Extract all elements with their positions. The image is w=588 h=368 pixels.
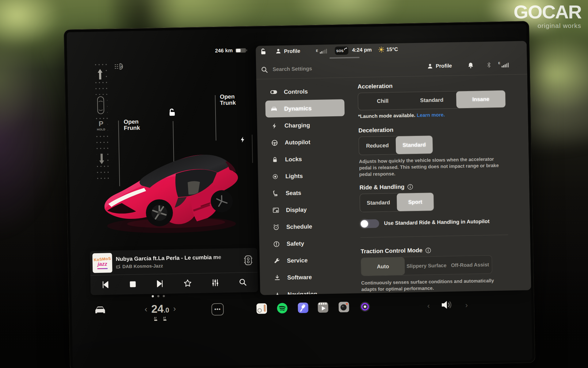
open-frunk-button[interactable]: Open Frunk [124,119,140,131]
standard-ride-autopilot-toggle[interactable] [360,219,379,228]
sidebar-item-software[interactable]: Software [268,268,348,286]
seat-heater-right-icon[interactable] [162,316,168,321]
traction-title: Traction Control Mode [361,246,508,255]
media-title: Nubya Garcia ft.La Perla - Le cumbia me [116,254,238,262]
carview-page-dots[interactable] [152,295,165,297]
outside-temperature: 15°C [386,46,398,53]
sidebar-item-seats[interactable]: Seats [267,184,346,202]
more-apps-button[interactable]: ••• [211,303,224,316]
deceleration-segment: Reduced Standard [358,135,433,155]
cabin-temperature[interactable]: 24.0 [151,302,169,316]
sos-button[interactable]: SOS [335,46,348,55]
status-profile-label[interactable]: Profile [284,48,300,55]
display-icon [272,207,280,213]
traction-auto-button[interactable]: Auto [361,257,405,276]
unlocked-status-icon[interactable] [260,48,267,55]
spotify-app-icon[interactable] [277,303,288,314]
learn-more-link[interactable]: Learn more. [417,112,445,118]
traction-segment: Auto Slippery Surface Off-Road Assist [361,255,492,276]
media-search-button[interactable] [239,278,247,286]
search-icon [261,66,268,73]
stop-button[interactable] [129,281,136,288]
profile-person-icon [427,63,433,69]
camera-app-icon[interactable] [338,301,349,313]
sidebar-item-lights[interactable]: Lights [266,167,346,185]
media-forward-chevron[interactable]: › [465,300,468,309]
gear-park[interactable]: P HOLD [95,119,108,132]
sidebar-item-schedule[interactable]: Schedule [267,217,347,236]
svg-text:A: A [120,65,123,68]
sidebar-item-display[interactable]: Display [267,200,346,219]
signal-bars-icon [501,62,509,68]
sidebar-item-navigation[interactable]: Navigation [269,285,348,295]
vehicle-rendering [98,135,242,234]
karaoke-app-icon[interactable] [297,302,309,314]
ride-standard-button[interactable]: Standard [360,193,397,212]
car-controls-button[interactable] [94,305,107,316]
carview-scrollbar[interactable] [252,135,253,163]
sidebar-item-charging[interactable]: Charging [265,116,345,134]
panel-status-row: Profile E SOS 4:24 pm [256,41,527,60]
previous-track-button[interactable] [101,281,109,289]
download-icon [273,275,281,281]
profile-person-icon [275,48,281,54]
sidebar-item-dynamics[interactable]: Dynamics [265,99,345,118]
ride-sport-button[interactable]: Sport [397,193,434,211]
sidebar-item-locks[interactable]: Locks [266,150,346,168]
radio-channel-icon[interactable] [243,254,253,266]
auto-headlight-icon[interactable]: A [114,63,125,70]
traction-offroad-button[interactable]: Off-Road Assist [448,256,492,274]
sidebar-item-service[interactable]: Service [268,251,347,269]
climate-control: ‹ 24.0 › [139,302,181,322]
theater-app-icon[interactable] [317,302,329,313]
media-now-playing[interactable]: KoSMoS jazz Nubya Garcia ft.La Perla - L… [90,248,258,276]
favorite-star-button[interactable] [183,279,192,288]
info-icon[interactable] [407,184,413,190]
panel-profile-button[interactable]: Profile [436,63,452,69]
temp-down-chevron[interactable]: ‹ [144,303,147,315]
alarm-clock-icon [273,224,280,230]
panel-drag-handle[interactable] [330,57,360,59]
section-divider [360,235,508,238]
alert-circle-icon [273,241,280,247]
network-type-label: E [498,61,500,65]
signal-bars-icon [319,48,327,54]
sidebar-item-controls[interactable]: Controls [265,82,344,101]
network-type-label: E [316,49,318,52]
notifications-bell-icon[interactable] [468,62,474,69]
acceleration-standard-button[interactable]: Standard [407,91,456,109]
seat-heater-left-icon[interactable] [153,316,158,322]
watermark-subtitle: original works [514,22,581,29]
traction-slippery-button[interactable]: Slippery Surface [405,256,449,275]
volume-icon[interactable] [441,299,453,311]
dashcam-app-icon[interactable] [359,301,371,312]
media-back-chevron[interactable]: ‹ [427,301,430,310]
trunk-pointer-line [215,95,216,141]
next-track-button[interactable] [156,280,164,288]
traction-description: Continuously senses surface conditions a… [361,277,509,293]
deceleration-reduced-button[interactable]: Reduced [359,136,396,155]
photo-stage: GOCAR original works 246 km A [0,0,588,368]
equalizer-button[interactable] [211,279,219,287]
acceleration-insane-button[interactable]: Insane [456,91,506,108]
open-trunk-button[interactable]: Open Trunk [220,94,236,106]
settings-panel: Profile E SOS 4:24 pm [256,41,531,295]
car-icon [270,106,278,112]
battery-icon [235,48,247,53]
sidebar-item-safety[interactable]: Safety [268,234,347,253]
radio-tuner-app-icon[interactable] [256,303,267,314]
acceleration-chill-button[interactable]: Chill [358,92,407,110]
bluetooth-icon[interactable] [487,62,491,68]
temp-up-chevron[interactable]: › [173,303,176,314]
sidebar-item-autopilot[interactable]: Autopilot [266,133,345,151]
shift-up-arrow[interactable] [95,68,105,81]
deceleration-standard-button[interactable]: Standard [395,136,433,154]
unlock-icon[interactable] [168,108,177,116]
tesla-ui: 246 km A [67,24,533,368]
ride-handling-title: Ride & Handling [359,182,507,191]
settings-sidebar: Controls Dynamics [265,82,348,295]
info-icon[interactable] [425,247,431,253]
dab-radio-icon [116,264,120,269]
media-source: DAB Kosmos-Jazz [116,262,238,269]
media-player: KoSMoS jazz Nubya Garcia ft.La Perla - L… [90,248,258,295]
